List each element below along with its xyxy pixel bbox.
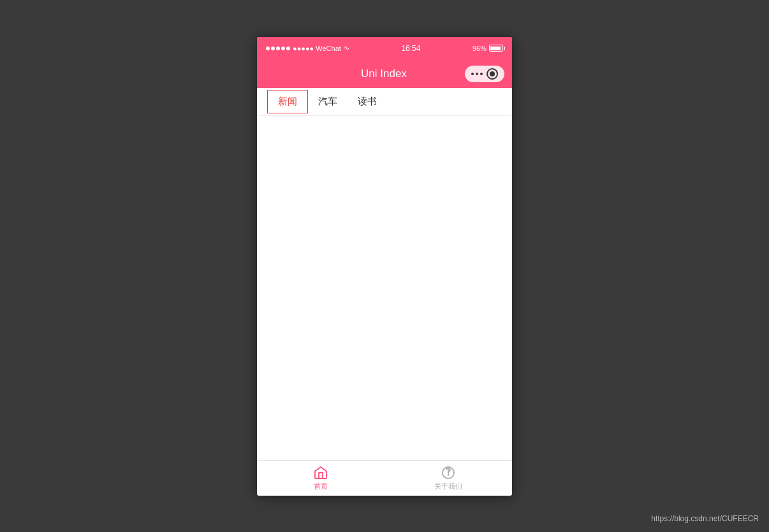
url-bar: https://blog.csdn.net/CUFEECR xyxy=(651,514,759,523)
phone-frame: ●●●●● WeChat ∿ 16:54 96% Uni Index xyxy=(257,37,512,496)
home-icon xyxy=(313,465,328,480)
record-button[interactable] xyxy=(487,68,498,80)
nav-about-label: 关于我们 xyxy=(434,482,462,491)
nav-about[interactable]: 关于我们 xyxy=(384,465,512,491)
menu-dots[interactable] xyxy=(471,73,483,75)
tab-news[interactable]: 新闻 xyxy=(267,90,308,113)
bottom-nav: 首页 关于我们 xyxy=(257,460,512,496)
content-area xyxy=(257,116,512,460)
tab-bar: 新闻 汽车 读书 xyxy=(257,88,512,116)
time-display: 16:54 xyxy=(401,44,420,53)
status-left: ●●●●● WeChat ∿ xyxy=(266,44,349,52)
nav-home-label: 首页 xyxy=(314,482,328,491)
title-actions xyxy=(465,66,504,82)
page-title: Uni Index xyxy=(303,68,465,80)
about-icon xyxy=(441,465,456,480)
nav-home[interactable]: 首页 xyxy=(257,465,384,491)
battery-icon xyxy=(489,45,503,52)
signal-dots xyxy=(266,47,290,50)
title-bar: Uni Index xyxy=(257,60,512,88)
tab-car[interactable]: 汽车 xyxy=(308,90,348,113)
wifi-icon: ∿ xyxy=(344,44,349,52)
tab-reading[interactable]: 读书 xyxy=(348,90,387,113)
battery-percent: 96% xyxy=(472,45,487,52)
status-right: 96% xyxy=(472,45,503,52)
carrier-label: ●●●●● WeChat xyxy=(293,45,341,52)
status-bar: ●●●●● WeChat ∿ 16:54 96% xyxy=(257,37,512,60)
